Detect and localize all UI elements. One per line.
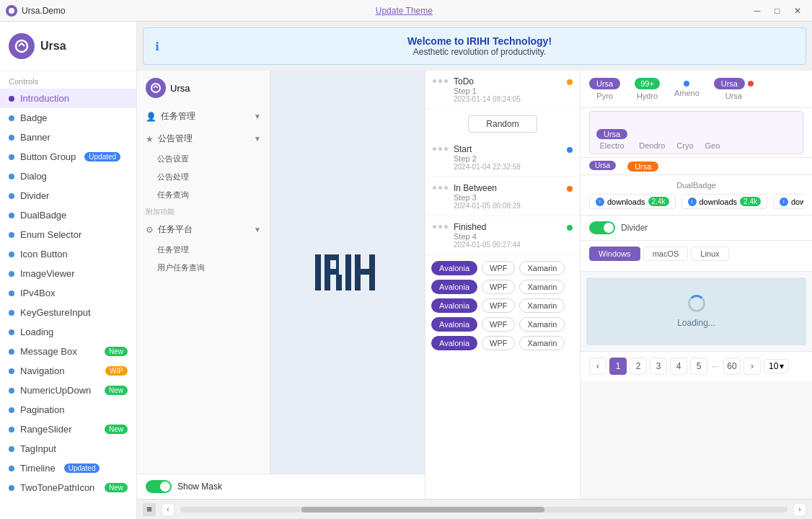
tag-avalonia[interactable]: Avalonia	[431, 280, 477, 294]
sidebar-item-button-group[interactable]: Button Group Updated	[0, 147, 136, 167]
sidebar-item-banner[interactable]: Banner	[0, 128, 136, 147]
ursa-badge: Ursa	[589, 78, 620, 89]
sidebar-item-two-tone-path-icon[interactable]: TwoTonePathIcon New	[0, 478, 136, 497]
dual-badge-item: i downloads 2.4k	[773, 194, 803, 209]
tag-xamarin[interactable]: Xamarin	[519, 298, 565, 313]
sidebar-item-message-box[interactable]: Message Box New	[0, 342, 136, 361]
menu-sub-user-tasks[interactable]: 用户任务查询	[137, 259, 270, 277]
step-date: 2024-01-05 00:08:29	[454, 202, 561, 210]
sidebar-item-ipv4box[interactable]: IPv4Box	[0, 283, 136, 303]
badge-col-geo: Geo	[705, 141, 720, 150]
tag-avalonia[interactable]: Avalonia	[431, 317, 477, 332]
sidebar-item-label: Enum Selector	[20, 229, 81, 240]
tab-macos[interactable]: macOS	[643, 247, 689, 261]
sidebar-toggle-button[interactable]: ≡	[143, 503, 156, 516]
tab-windows[interactable]: Windows	[589, 247, 640, 261]
tag-xamarin[interactable]: Xamarin	[519, 336, 565, 350]
tag-wpf[interactable]: WPF	[482, 317, 515, 332]
sidebar-item-dialog[interactable]: Dialog	[0, 167, 136, 186]
step-info: ToDo Step 1 2023-01-14 09:24:05	[454, 76, 561, 103]
menu-item-task-management[interactable]: 👤 任务管理 ▼	[137, 105, 270, 128]
page-button-5[interactable]: 5	[690, 358, 707, 375]
tag-wpf[interactable]: WPF	[482, 261, 515, 275]
star-icon: ★	[146, 134, 154, 144]
sidebar-item-label: KeyGestureInput	[20, 307, 91, 318]
sidebar-item-pagination[interactable]: Pagination	[0, 400, 136, 420]
main-split: Ursa 👤 任务管理 ▼ ★ 公告管理 ▼	[137, 71, 812, 499]
toggle-knob	[604, 223, 614, 233]
sidebar-item-divider[interactable]: Divider	[0, 186, 136, 205]
show-mask-toggle[interactable]	[146, 480, 172, 493]
tag-wpf[interactable]: WPF	[482, 298, 515, 313]
minimize-button[interactable]: ─	[749, 4, 766, 18]
step-info: Finished Step 4 2024-01-05 00:27:44	[454, 222, 561, 249]
divider-toggle[interactable]	[589, 221, 615, 234]
badge-col-label: Hydro	[637, 92, 658, 100]
scroll-right-button[interactable]: ›	[793, 503, 806, 516]
sidebar-item-loading[interactable]: Loading	[0, 322, 136, 342]
page-button-1[interactable]: 1	[609, 358, 627, 375]
tag-wpf[interactable]: WPF	[482, 280, 515, 294]
page-button-60[interactable]: 60	[723, 358, 741, 375]
tag-xamarin[interactable]: Xamarin	[519, 317, 565, 332]
step-info: In Between Step 3 2024-01-05 00:08:29	[454, 183, 561, 210]
next-page-button[interactable]: ›	[743, 358, 761, 375]
svg-rect-3	[315, 254, 321, 290]
tag-row: Avalonia WPF Xamarin	[431, 336, 574, 350]
sidebar-item-enum-selector[interactable]: Enum Selector	[0, 225, 136, 244]
sidebar-item-introduction[interactable]: Introduction	[0, 89, 136, 108]
tag-xamarin[interactable]: Xamarin	[519, 280, 565, 294]
menu-sub-task-query[interactable]: 任务查询	[137, 186, 270, 204]
sidebar-item-key-gesture-input[interactable]: KeyGestureInput	[0, 303, 136, 322]
page-button-2[interactable]: 2	[630, 358, 647, 375]
dot-icon	[9, 388, 14, 394]
tag-xamarin[interactable]: Xamarin	[519, 261, 565, 275]
page-button-4[interactable]: 4	[670, 358, 687, 375]
dual-badge-text: downloads	[700, 198, 738, 206]
per-page-select[interactable]: 10 ▾	[764, 359, 789, 373]
prev-page-button[interactable]: ‹	[589, 358, 606, 375]
random-button[interactable]: Random	[468, 115, 537, 133]
menu-sub-task-manage[interactable]: 任务管理	[137, 241, 270, 259]
status-dot	[567, 147, 573, 153]
sidebar-item-navigation[interactable]: Navigation WIP	[0, 361, 136, 381]
tag-avalonia[interactable]: Avalonia	[431, 336, 477, 350]
step-name: Finished	[454, 222, 561, 232]
maximize-button[interactable]: □	[769, 4, 786, 18]
scrollbar-thumb[interactable]	[301, 507, 544, 513]
dual-badge-text: downloads	[607, 198, 645, 206]
sidebar-item-range-slider[interactable]: RangeSlider New	[0, 420, 136, 439]
tag-row: Avalonia WPF Xamarin	[431, 317, 574, 332]
menu-sub-announcement-process[interactable]: 公告处理	[137, 168, 270, 186]
menu-item-announcement[interactable]: ★ 公告管理 ▼	[137, 128, 270, 150]
tag-avalonia[interactable]: Avalonia	[431, 298, 477, 313]
loading-section: Loading...	[586, 278, 806, 345]
dot-icon	[444, 186, 448, 190]
sidebar-item-badge[interactable]: Badge	[0, 108, 136, 128]
scroll-left-button[interactable]: ‹	[162, 503, 175, 516]
badge-label: Dendro	[639, 141, 665, 150]
sidebar-item-image-viewer[interactable]: ImageViewer	[0, 264, 136, 283]
dual-badge-item: i downloads 2.4k	[589, 194, 676, 209]
dot-icon	[9, 174, 14, 179]
tab-linux[interactable]: Linux	[691, 247, 728, 261]
page-button-3[interactable]: 3	[650, 358, 667, 375]
close-button[interactable]: ✕	[789, 4, 806, 18]
menu-sub-announcement-settings[interactable]: 公告设置	[137, 150, 270, 168]
sidebar-item-dual-badge[interactable]: DualBadge	[0, 205, 136, 225]
sidebar-item-label: Banner	[20, 132, 50, 143]
sidebar-item-tag-input[interactable]: TagInput	[0, 439, 136, 458]
menu-item-task-platform[interactable]: ⚙ 任务平台 ▼	[137, 218, 270, 241]
sidebar-item-numeric-up-down[interactable]: NumericUpDown New	[0, 381, 136, 400]
tag-avalonia[interactable]: Avalonia	[431, 261, 477, 275]
dot-icon	[9, 485, 14, 491]
update-theme-link[interactable]: Update Theme	[376, 6, 433, 16]
app-icon	[6, 5, 17, 17]
sidebar-item-timeline[interactable]: Timeline Updated	[0, 458, 136, 478]
dot-icon	[438, 225, 442, 229]
irihi-logo	[312, 247, 384, 298]
tag-wpf[interactable]: WPF	[482, 336, 515, 350]
dot-icon	[9, 329, 14, 335]
sidebar-item-icon-button[interactable]: Icon Button	[0, 244, 136, 264]
dot-icon	[438, 147, 442, 151]
